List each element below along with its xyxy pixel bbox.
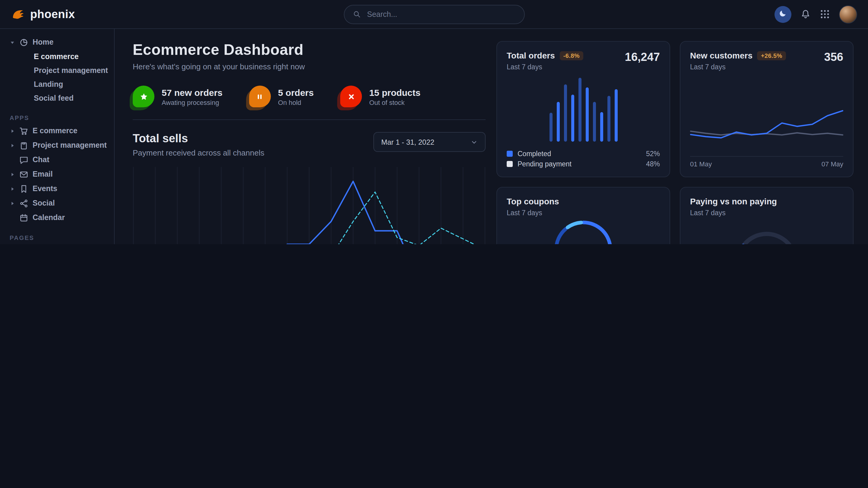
legend-item-pending-payment: Pending payment48% (507, 160, 660, 168)
total-sells-title: Total sells (133, 132, 264, 145)
grid-icon[interactable] (820, 9, 830, 19)
caret-right-icon (10, 128, 15, 133)
main-content: Ecommerce Dashboard Here's what's going … (115, 29, 868, 244)
card-title: New customers (690, 51, 752, 60)
bar (585, 88, 588, 142)
total-orders-value: 16,247 (625, 51, 660, 64)
stat-value: 15 products (369, 87, 421, 97)
stat-caption: Out of stock (369, 99, 421, 106)
sidebar-item-calendar[interactable]: Calendar (8, 210, 108, 225)
total-orders-bar-chart (507, 78, 660, 142)
star-icon (133, 86, 154, 107)
bar (549, 113, 552, 142)
sidebar-item-project-management[interactable]: Project management (8, 138, 108, 153)
mail-icon (19, 170, 28, 179)
search-icon (352, 10, 361, 18)
x-axis-label: 07 May (822, 160, 843, 168)
sidebar-section-title-apps: APPS (8, 112, 108, 124)
legend-label: Pending payment (518, 160, 571, 168)
card-period: Last 7 days (690, 63, 786, 70)
phoenix-logo-icon (11, 7, 25, 22)
share-icon (19, 199, 28, 208)
sidebar-item-label: Events (33, 185, 57, 193)
bookmark-icon (19, 184, 28, 193)
sidebar-nav: HomeE commerceProject managementLandingS… (0, 29, 114, 244)
stat-value: 5 orders (278, 87, 314, 97)
sidebar-item-home[interactable]: Home (8, 35, 108, 50)
top-coupons-card: Top coupons Last 7 days 72% Percentage d… (496, 187, 670, 244)
sidebar-item-social[interactable]: Social (8, 196, 108, 210)
stat-item-out-of-stock: 15 productsOut of stock (340, 86, 421, 107)
sidebar: HomeE commerceProject managementLandingS… (0, 29, 115, 244)
legend-item-completed: Completed52% (507, 150, 660, 157)
caret-right-icon (10, 200, 15, 206)
theme-toggle-button[interactable] (775, 6, 792, 23)
caret-right-icon (10, 171, 15, 177)
total-orders-card: Total orders -6.8% Last 7 days 16,247 Co… (496, 41, 670, 177)
sidebar-item-events[interactable]: Events (8, 182, 108, 196)
bar (564, 84, 567, 142)
sidebar-item-label: E commerce (33, 127, 78, 135)
page-subtitle: Here's what's going on at your business … (133, 62, 486, 71)
caret-right-icon (10, 186, 15, 191)
caret-right-icon (10, 142, 15, 148)
cart-icon (19, 126, 28, 135)
bar (578, 78, 581, 142)
card-period: Last 7 days (507, 63, 583, 70)
shell: HomeE commerceProject managementLandingS… (0, 29, 868, 244)
change-badge: -6.8% (560, 51, 583, 60)
brand[interactable]: phoenix (11, 7, 75, 22)
kpi-cards-grid: Total orders -6.8% Last 7 days 16,247 Co… (496, 41, 854, 244)
donut-center-label: 72% (554, 220, 613, 244)
home-icon (19, 38, 28, 47)
sidebar-item-landing[interactable]: Landing (8, 77, 108, 91)
paying-gauge-chart (690, 217, 843, 244)
x-axis-label: 01 May (690, 160, 712, 168)
bar (571, 94, 574, 142)
moon-icon (779, 9, 787, 19)
stat-item-awating-processing: 57 new ordersAwating processing (133, 86, 223, 107)
sidebar-item-email[interactable]: Email (8, 167, 108, 182)
page-title: Ecommerce Dashboard (133, 41, 486, 59)
card-title: Top coupons (507, 197, 559, 206)
sidebar-item-label: Home (33, 38, 53, 46)
paying-card: Paying vs non paying Last 7 days Paying … (680, 187, 854, 244)
chevron-down-icon (470, 138, 478, 145)
pause-icon (249, 86, 271, 107)
legend-value: 48% (646, 160, 660, 168)
sidebar-item-e-commerce[interactable]: E commerce (8, 50, 108, 63)
bell-icon[interactable] (801, 9, 811, 19)
sidebar-section-title-pages: PAGES (8, 232, 108, 243)
sidebar-item-starter[interactable]: Starter (8, 243, 108, 244)
new-customers-x-labels: 01 May07 May (690, 156, 843, 168)
stat-caption: Awating processing (162, 99, 223, 106)
stat-value: 57 new orders (162, 87, 223, 97)
sidebar-item-e-commerce[interactable]: E commerce (8, 124, 108, 138)
top-coupons-donut: 72% (554, 220, 613, 244)
legend-swatch (507, 151, 513, 157)
card-period: Last 7 days (507, 209, 559, 217)
sidebar-item-project-management[interactable]: Project management (8, 63, 108, 77)
app-root: phoenix HomeE commerceProject management… (0, 0, 868, 244)
global-search[interactable] (343, 4, 525, 24)
sidebar-item-social-feed[interactable]: Social feed (8, 91, 108, 105)
total-orders-legend: Completed52%Pending payment48% (507, 150, 660, 168)
sidebar-item-chat[interactable]: Chat (8, 153, 108, 167)
sidebar-item-label: Calendar (33, 214, 65, 222)
stat-caption: On hold (278, 99, 314, 106)
sidebar-item-label: Chat (33, 156, 50, 164)
dashboard-left-column: Ecommerce Dashboard Here's what's going … (133, 41, 486, 244)
date-range-select[interactable]: Mar 1 - 31, 2022 (373, 132, 486, 152)
new-customers-chart (690, 70, 843, 153)
chat-icon (19, 155, 28, 164)
bar (593, 102, 596, 142)
total-sells-header: Total sells Payment received across all … (133, 132, 486, 157)
search-input[interactable] (366, 9, 516, 19)
stat-item-on-hold: 5 ordersOn hold (249, 86, 314, 107)
card-period: Last 7 days (690, 209, 777, 217)
stats-row: 57 new ordersAwating processing5 ordersO… (133, 86, 486, 120)
topbar-actions (775, 5, 857, 23)
calendar-icon (19, 213, 28, 222)
user-avatar[interactable] (839, 5, 857, 23)
legend-swatch (507, 161, 513, 167)
